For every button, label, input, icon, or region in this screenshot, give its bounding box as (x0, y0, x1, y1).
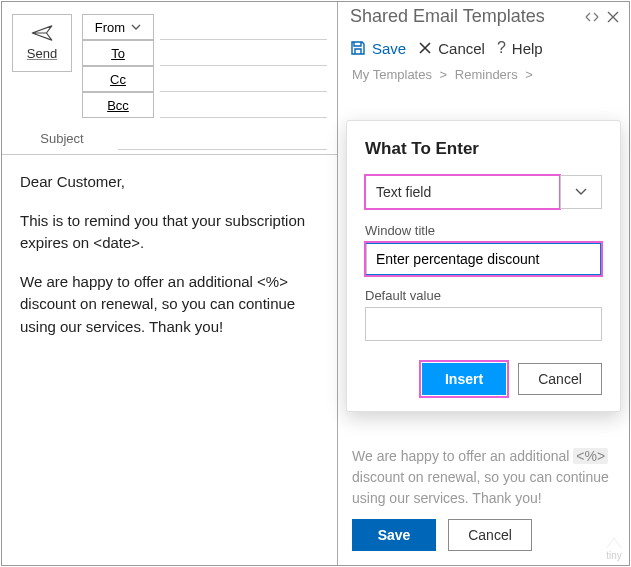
to-button[interactable]: To (82, 40, 154, 66)
save-icon (350, 40, 366, 56)
toolbar-help-label: Help (512, 40, 543, 57)
crumb-reminders[interactable]: Reminders (455, 67, 518, 82)
preview-placeholder-tag: <%> (573, 448, 608, 464)
default-value-label: Default value (365, 288, 602, 303)
crumb-sep: > (525, 67, 533, 82)
bcc-field[interactable] (160, 92, 327, 118)
bcc-label: Bcc (107, 98, 129, 113)
crumb-my-templates[interactable]: My Templates (352, 67, 432, 82)
cancel-icon (418, 41, 432, 55)
subject-label: Subject (12, 131, 112, 146)
toolbar-cancel-label: Cancel (438, 40, 485, 57)
insert-label: Insert (445, 371, 483, 387)
close-icon[interactable] (607, 11, 619, 23)
bcc-button[interactable]: Bcc (82, 92, 154, 118)
toolbar-help-button[interactable]: ? Help (497, 39, 543, 57)
compose-body[interactable]: Dear Customer, This is to remind you tha… (2, 155, 337, 370)
pane-footer-buttons: Save Cancel (338, 509, 629, 565)
subject-field[interactable] (118, 126, 327, 150)
templates-pane: Shared Email Templates Save (338, 2, 629, 565)
pane-title: Shared Email Templates (350, 6, 545, 27)
cc-field[interactable] (160, 66, 327, 92)
insert-button[interactable]: Insert (422, 363, 506, 395)
what-to-enter-dialog: What To Enter Text field Window title De… (346, 120, 621, 412)
popout-icon[interactable] (585, 11, 599, 23)
from-field[interactable] (160, 14, 327, 40)
send-button[interactable]: Send (12, 14, 72, 72)
app-window: Send From To (1, 1, 630, 566)
window-title-label: Window title (365, 223, 602, 238)
preview-text-b: discount on renewal, so you can continue… (352, 469, 609, 506)
breadcrumb: My Templates > Reminders > (338, 67, 629, 88)
send-label: Send (27, 46, 57, 61)
preview-text-a: We are happy to offer an additional (352, 448, 573, 464)
crumb-sep: > (440, 67, 448, 82)
footer-save-label: Save (378, 527, 411, 543)
toolbar-save-label: Save (372, 40, 406, 57)
body-greeting: Dear Customer, (20, 171, 319, 194)
send-icon (31, 25, 53, 44)
compose-header: Send From To (2, 2, 337, 155)
window-title-input[interactable] (365, 242, 602, 276)
pane-toolbar: Save Cancel ? Help (338, 33, 629, 67)
footer-save-button[interactable]: Save (352, 519, 436, 551)
field-type-value: Text field (365, 175, 560, 209)
toolbar-save-button[interactable]: Save (350, 40, 406, 57)
body-paragraph-2: We are happy to offer an additional <%> … (20, 271, 319, 339)
footer-cancel-button[interactable]: Cancel (448, 519, 532, 551)
compose-pane: Send From To (2, 2, 338, 565)
field-type-select[interactable]: Text field (365, 175, 602, 209)
body-paragraph-1: This is to remind you that your subscrip… (20, 210, 319, 255)
from-label: From (95, 20, 125, 35)
default-value-input[interactable] (365, 307, 602, 341)
dialog-cancel-label: Cancel (538, 371, 582, 387)
cc-label: Cc (110, 72, 126, 87)
chevron-down-icon (131, 24, 141, 30)
dialog-cancel-button[interactable]: Cancel (518, 363, 602, 395)
from-button[interactable]: From (82, 14, 154, 40)
to-label: To (111, 46, 125, 61)
field-type-chevron[interactable] (560, 175, 602, 209)
help-icon: ? (497, 39, 506, 57)
template-preview: We are happy to offer an additional <%> … (338, 446, 629, 509)
toolbar-cancel-button[interactable]: Cancel (418, 40, 485, 57)
cc-button[interactable]: Cc (82, 66, 154, 92)
footer-cancel-label: Cancel (468, 527, 512, 543)
to-field[interactable] (160, 40, 327, 66)
pane-titlebar: Shared Email Templates (338, 2, 629, 33)
dialog-title: What To Enter (365, 139, 602, 159)
